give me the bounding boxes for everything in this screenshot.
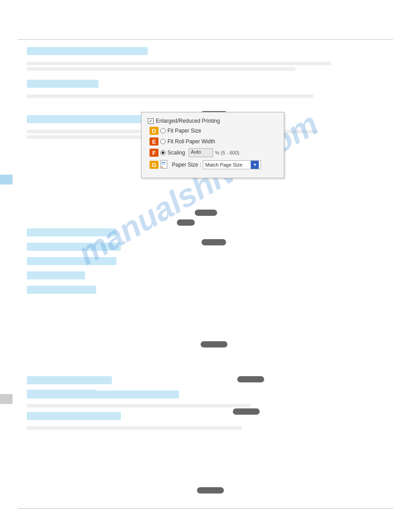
pill-6 — [237, 376, 264, 384]
text-line-7 — [27, 426, 242, 430]
pill-4 — [201, 239, 226, 247]
scaling-label: Scaling — [167, 150, 185, 156]
svg-rect-2 — [162, 164, 165, 164]
letter-g-badge: G — [150, 161, 158, 169]
letter-f-badge: F — [150, 149, 158, 157]
radio-fit-paper[interactable] — [160, 128, 166, 133]
dialog-title-label: Enlarged/Reduced Printing — [156, 118, 220, 124]
paper-size-select[interactable]: Match Page Size ▼ — [203, 160, 261, 169]
section-1 — [27, 47, 384, 71]
pill-3 — [177, 219, 195, 227]
scaling-range: % (5 - 600) — [215, 150, 239, 155]
blue-bars-section — [27, 228, 384, 294]
gray-pill-2 — [195, 210, 217, 216]
bottom-divider — [18, 508, 393, 509]
fit-roll-label: Fit Roll Paper Width — [167, 138, 215, 145]
dialog-option-e: E Fit Roll Paper Width — [150, 137, 278, 146]
paper-size-icon: A — [160, 160, 170, 170]
side-accent-gray — [0, 394, 13, 404]
pill-5 — [201, 341, 227, 349]
blue-bar-6 — [27, 257, 116, 265]
gray-pill-6 — [237, 376, 264, 382]
blue-bar-2 — [27, 80, 98, 88]
blue-bar-5 — [27, 243, 121, 251]
gray-pill-8 — [197, 487, 224, 493]
blue-bar-1 — [27, 47, 148, 55]
text-line-2 — [27, 67, 295, 71]
gray-pill-3 — [177, 219, 195, 226]
section-4 — [27, 228, 384, 294]
dialog-option-f: F Scaling Auto % (5 - 600) — [150, 148, 278, 157]
letter-e-badge: E — [150, 137, 158, 146]
text-line-3 — [27, 94, 313, 98]
select-arrow-icon: ▼ — [251, 161, 259, 169]
blue-bar-3 — [27, 115, 148, 123]
dialog-title-row: ✓ Enlarged/Reduced Printing — [148, 118, 278, 124]
svg-rect-1 — [162, 162, 165, 163]
text-line-1 — [27, 62, 331, 65]
enlarged-reduced-checkbox[interactable]: ✓ — [148, 118, 154, 124]
fit-paper-label: Fit Paper Size — [167, 128, 201, 134]
section-6 — [27, 390, 251, 433]
radio-scaling[interactable] — [160, 150, 166, 155]
blue-bar-4 — [27, 228, 116, 236]
dialog-option-d: D Fit Paper Size — [150, 127, 278, 135]
pill-8 — [197, 487, 224, 495]
blue-bar-9 — [27, 376, 112, 384]
enlarged-reduced-dialog: ✓ Enlarged/Reduced Printing D Fit Paper … — [141, 112, 284, 178]
scaling-input[interactable]: Auto — [188, 148, 213, 157]
radio-fit-roll[interactable] — [160, 139, 166, 144]
letter-d-badge: D — [150, 127, 158, 135]
paper-size-label: Paper Size : — [172, 162, 201, 168]
blue-bar-12 — [27, 412, 121, 420]
dialog-paper-size-row: G A Paper Size : Match Page Size ▼ — [150, 160, 278, 170]
paper-size-value: Match Page Size — [205, 162, 242, 167]
blue-bar-8 — [27, 286, 96, 294]
pill-2 — [195, 210, 217, 217]
text-line-6 — [27, 404, 251, 408]
gray-pill-4 — [201, 239, 226, 245]
section-2 — [27, 80, 384, 98]
gray-pill-5 — [201, 341, 227, 348]
svg-text:A: A — [161, 166, 163, 168]
blue-bar-7 — [27, 271, 85, 279]
blue-bar-11 — [27, 390, 96, 398]
